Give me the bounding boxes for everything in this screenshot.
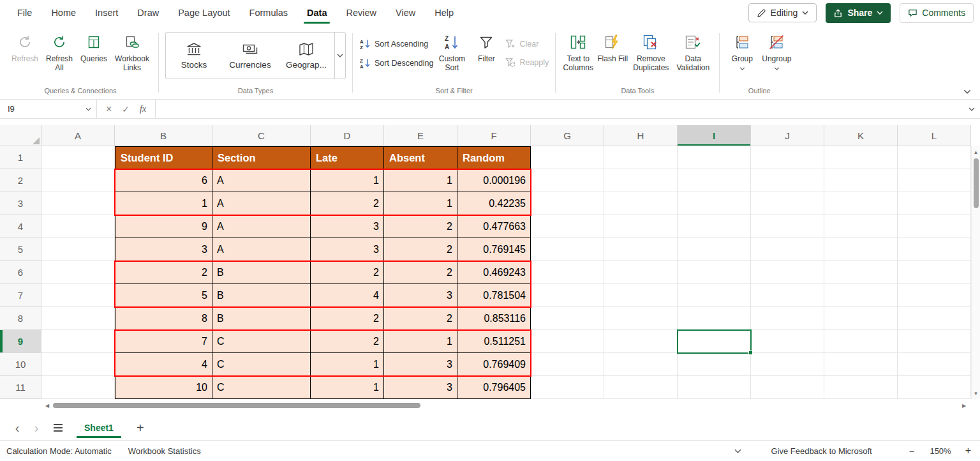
row-header-10[interactable]: 10 (0, 353, 41, 376)
vertical-scrollbar[interactable]: ▲ ▼ (971, 146, 980, 399)
cell-B11[interactable]: 10 (115, 376, 212, 399)
menu-tab-home[interactable]: Home (41, 0, 85, 26)
column-header-D[interactable]: D (311, 125, 384, 146)
cell-I1[interactable] (678, 146, 751, 169)
cell-F8[interactable]: 0.853116 (457, 307, 531, 330)
data-types-more-button[interactable] (334, 33, 345, 79)
row-header-5[interactable]: 5 (0, 238, 41, 261)
cell-L8[interactable] (898, 307, 971, 330)
cell-A4[interactable] (41, 215, 115, 238)
cell-K11[interactable] (824, 376, 898, 399)
menu-tab-formulas[interactable]: Formulas (240, 0, 297, 26)
cell-K8[interactable] (824, 307, 898, 330)
scroll-down-icon[interactable]: ▼ (974, 389, 979, 398)
cell-D6[interactable]: 2 (311, 261, 384, 284)
column-header-J[interactable]: J (751, 125, 824, 146)
cell-C1[interactable]: Section (212, 146, 311, 169)
cell-D9[interactable]: 2 (311, 330, 384, 353)
vertical-scroll-thumb[interactable] (974, 158, 979, 208)
cell-H3[interactable] (604, 192, 678, 215)
cell-A1[interactable] (41, 146, 115, 169)
add-sheet-button[interactable]: + (133, 421, 148, 435)
menu-tab-insert[interactable]: Insert (85, 0, 128, 26)
horizontal-scrollbar[interactable]: ◀ ▶ (0, 399, 980, 412)
cell-J8[interactable] (751, 307, 824, 330)
cell-B2[interactable]: 6 (115, 169, 212, 192)
cell-B5[interactable]: 3 (115, 238, 212, 261)
cell-B4[interactable]: 9 (115, 215, 212, 238)
cell-L9[interactable] (898, 330, 971, 353)
cell-F5[interactable]: 0.769145 (457, 238, 531, 261)
all-sheets-menu-icon[interactable] (47, 427, 69, 428)
sort-descending-button[interactable]: ZA Sort Descending (359, 57, 433, 69)
workbook-links-button[interactable]: Workbook Links (112, 32, 152, 73)
formula-bar-expand-chevron-icon[interactable] (963, 100, 980, 118)
cell-A3[interactable] (41, 192, 115, 215)
cell-F4[interactable]: 0.477663 (457, 215, 531, 238)
cell-K4[interactable] (824, 215, 898, 238)
column-header-L[interactable]: L (898, 125, 971, 146)
flash-fill-button[interactable]: Flash Fill (597, 32, 628, 63)
cell-G7[interactable] (531, 284, 604, 307)
row-header-2[interactable]: 2 (0, 169, 41, 192)
cell-G5[interactable] (531, 238, 604, 261)
cell-L7[interactable] (898, 284, 971, 307)
group-button[interactable]: Group (726, 32, 758, 70)
cell-H8[interactable] (604, 307, 678, 330)
cell-G3[interactable] (531, 192, 604, 215)
cell-J5[interactable] (751, 238, 824, 261)
cell-J3[interactable] (751, 192, 824, 215)
cell-C7[interactable]: B (212, 284, 311, 307)
cell-G10[interactable] (531, 353, 604, 376)
cell-A2[interactable] (41, 169, 115, 192)
cell-I5[interactable] (678, 238, 751, 261)
cell-K6[interactable] (824, 261, 898, 284)
cell-D2[interactable]: 1 (311, 169, 384, 192)
refresh-button[interactable]: Refresh (9, 32, 41, 63)
cell-L3[interactable] (898, 192, 971, 215)
cell-G9[interactable] (531, 330, 604, 353)
cell-G8[interactable] (531, 307, 604, 330)
cell-D10[interactable]: 1 (311, 353, 384, 376)
cell-K2[interactable] (824, 169, 898, 192)
zoom-level[interactable]: 150% (930, 446, 951, 456)
cell-H5[interactable] (604, 238, 678, 261)
cell-B7[interactable]: 5 (115, 284, 212, 307)
cell-C9[interactable]: C (212, 330, 311, 353)
cell-F11[interactable]: 0.796405 (457, 376, 531, 399)
column-header-C[interactable]: C (212, 125, 311, 146)
geography-button[interactable]: Geograp... (278, 33, 334, 79)
column-header-F[interactable]: F (457, 125, 531, 146)
cell-E9[interactable]: 1 (384, 330, 457, 353)
cell-G4[interactable] (531, 215, 604, 238)
cancel-icon[interactable]: × (106, 103, 112, 115)
cell-J2[interactable] (751, 169, 824, 192)
row-header-7[interactable]: 7 (0, 284, 41, 307)
cell-C8[interactable]: B (212, 307, 311, 330)
column-header-E[interactable]: E (384, 125, 457, 146)
cell-C4[interactable]: A (212, 215, 311, 238)
cell-L10[interactable] (898, 353, 971, 376)
cell-K5[interactable] (824, 238, 898, 261)
workbook-statistics-button[interactable]: Workbook Statistics (128, 446, 201, 456)
scroll-up-icon[interactable]: ▲ (974, 147, 979, 156)
cell-A6[interactable] (41, 261, 115, 284)
sheet-nav-right-icon[interactable]: › (28, 421, 45, 434)
ungroup-button[interactable]: Ungroup (761, 32, 792, 70)
queries-button[interactable]: Queries (78, 32, 110, 63)
horizontal-scroll-track[interactable] (53, 399, 958, 412)
cell-B10[interactable]: 4 (115, 353, 212, 376)
cell-J9[interactable] (751, 330, 824, 353)
filter-button[interactable]: Filter (470, 32, 502, 63)
cell-L5[interactable] (898, 238, 971, 261)
cell-K9[interactable] (824, 330, 898, 353)
sheet-tab-sheet1[interactable]: Sheet1 (77, 418, 121, 438)
cell-I6[interactable] (678, 261, 751, 284)
share-button[interactable]: Share (826, 3, 891, 23)
column-header-B[interactable]: B (115, 125, 212, 146)
cell-J4[interactable] (751, 215, 824, 238)
cell-E2[interactable]: 1 (384, 169, 457, 192)
insert-function-fx-icon[interactable]: fx (140, 104, 146, 114)
cell-I3[interactable] (678, 192, 751, 215)
sheet-nav-left-icon[interactable]: ‹ (9, 421, 26, 434)
